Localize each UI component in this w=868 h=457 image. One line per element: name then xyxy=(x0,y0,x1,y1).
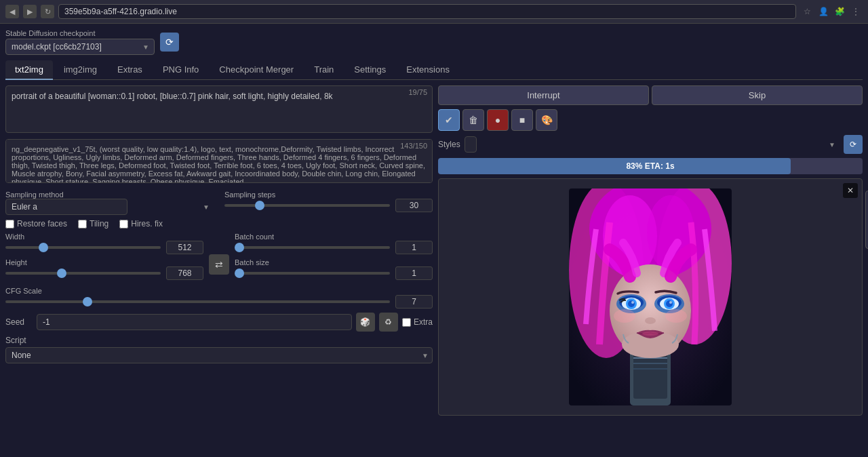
model-selector-wrapper: Stable Diffusion checkpoint model.ckpt [… xyxy=(5,29,155,55)
right-panel: Interrupt Skip Processing images and ret… xyxy=(438,85,863,416)
styles-select[interactable] xyxy=(465,136,477,153)
progress-bar-text: 83% ETA: 1s xyxy=(626,161,674,171)
hires-fix-checkbox[interactable]: Hires. fix xyxy=(119,219,163,228)
negative-prompt-textarea[interactable] xyxy=(5,139,433,183)
style-trash-icon[interactable]: 🗑 xyxy=(462,109,484,131)
swap-dimensions-button[interactable]: ⇄ xyxy=(209,254,229,275)
batch-size-slider-row xyxy=(235,266,433,280)
skip-button[interactable]: Skip xyxy=(652,85,863,105)
styles-apply-button[interactable]: ⟳ xyxy=(844,135,863,154)
svg-point-29 xyxy=(665,309,687,323)
tiling-label: Tiling xyxy=(90,219,108,228)
restore-faces-checkbox[interactable]: Restore faces xyxy=(5,219,67,228)
batch-count-value[interactable] xyxy=(395,241,433,254)
tabs-bar: txt2img img2img Extras PNG Info Checkpoi… xyxy=(5,60,863,80)
cfg-scale-slider-row xyxy=(5,295,433,309)
batch-size-slider[interactable] xyxy=(235,272,390,275)
style-palette-icon[interactable]: 🎨 xyxy=(536,109,557,131)
cfg-scale-slider[interactable] xyxy=(5,300,390,303)
seed-extra-input[interactable] xyxy=(402,318,411,327)
address-bar[interactable] xyxy=(58,4,796,19)
tab-img2img[interactable]: img2img xyxy=(54,60,106,80)
styles-row: Styles ▼ ⟳ xyxy=(438,135,863,154)
tab-txt2img[interactable]: txt2img xyxy=(5,60,53,80)
batch-size-value[interactable] xyxy=(395,266,433,280)
sampling-method-col: Sampling method Euler a ▼ xyxy=(5,191,214,215)
app-container: Stable Diffusion checkpoint model.ckpt [… xyxy=(0,24,868,421)
left-panel: 19/75 143/150 Sampling method Euler a ▼ xyxy=(5,85,433,416)
style-black-icon[interactable]: ■ xyxy=(511,109,533,131)
restore-faces-input[interactable] xyxy=(5,220,14,228)
style-apply-icon[interactable]: ✔ xyxy=(438,109,460,131)
batch-col: Batch count Batch size xyxy=(235,233,433,283)
tab-settings[interactable]: Settings xyxy=(344,60,395,80)
sampling-steps-value[interactable] xyxy=(395,199,433,212)
bookmark-icon[interactable]: ☆ xyxy=(800,5,814,18)
model-refresh-button[interactable]: ⟳ xyxy=(160,33,179,52)
nav-back-button[interactable]: ◀ xyxy=(5,5,19,18)
generated-image xyxy=(569,188,732,405)
swap-btn-wrapper: ⇄ xyxy=(209,233,229,275)
seed-recycle-button[interactable]: ♻ xyxy=(379,313,398,332)
cfg-scale-label: CFG Scale xyxy=(5,287,433,295)
prompt-wrapper: 19/75 xyxy=(5,85,433,135)
svg-point-24 xyxy=(666,300,673,307)
image-close-button[interactable]: ✕ xyxy=(843,183,858,198)
tab-extras[interactable]: Extras xyxy=(108,60,152,80)
top-bar: Stable Diffusion checkpoint model.ckpt [… xyxy=(5,29,863,55)
seed-extra-checkbox[interactable]: Extra xyxy=(402,317,433,327)
hires-fix-input[interactable] xyxy=(119,220,128,228)
checkbox-row: Restore faces Tiling Hires. fix xyxy=(5,219,433,228)
styles-arrow-icon: ▼ xyxy=(829,141,835,148)
nav-refresh-button[interactable]: ↻ xyxy=(41,5,54,18)
width-slider-row xyxy=(5,241,203,254)
main-content: 19/75 143/150 Sampling method Euler a ▼ xyxy=(5,85,863,416)
progress-bar: 83% ETA: 1s xyxy=(438,158,863,174)
interrupt-button[interactable]: Interrupt xyxy=(438,85,649,105)
sampling-method-select-wrapper: Euler a ▼ xyxy=(5,199,214,215)
progress-bar-fill xyxy=(438,158,791,174)
sampling-steps-slider-row xyxy=(224,199,433,212)
seed-input[interactable] xyxy=(37,314,352,330)
nav-forward-button[interactable]: ▶ xyxy=(23,5,37,18)
seed-dice-button[interactable]: 🎲 xyxy=(356,313,375,332)
restore-faces-label: Restore faces xyxy=(17,219,67,228)
svg-point-28 xyxy=(614,309,635,323)
browser-chrome: ◀ ▶ ↻ ☆ 👤 🧩 ⋮ xyxy=(0,0,868,24)
negative-prompt-wrapper: 143/150 xyxy=(5,139,433,185)
script-select[interactable]: None xyxy=(5,347,433,363)
tab-checkpoint-merger[interactable]: Checkpoint Merger xyxy=(210,60,303,80)
sampling-method-select[interactable]: Euler a xyxy=(5,199,127,215)
sampling-steps-slider[interactable] xyxy=(224,204,390,207)
tiling-checkbox[interactable]: Tiling xyxy=(78,219,108,228)
menu-icon[interactable]: ⋮ xyxy=(849,5,863,18)
style-red-icon[interactable]: ● xyxy=(487,109,509,131)
sampling-method-arrow-icon: ▼ xyxy=(203,203,210,211)
styles-select-wrapper: ▼ xyxy=(465,136,840,153)
svg-point-18 xyxy=(628,300,635,307)
batch-count-slider[interactable] xyxy=(235,246,390,249)
cfg-scale-section: CFG Scale xyxy=(5,287,433,309)
prompt-textarea[interactable] xyxy=(5,85,433,133)
batch-size-label: Batch size xyxy=(235,258,433,266)
sampling-steps-label: Sampling steps xyxy=(224,191,433,199)
tab-png-info[interactable]: PNG Info xyxy=(153,60,208,80)
tab-extensions[interactable]: Extensions xyxy=(397,60,459,80)
svg-point-19 xyxy=(631,301,634,304)
interrupt-skip-row: Interrupt Skip xyxy=(438,85,863,105)
cfg-scale-value[interactable] xyxy=(395,295,433,309)
extensions-icon[interactable]: 🧩 xyxy=(833,5,846,18)
height-value[interactable] xyxy=(166,266,203,280)
model-select-container: model.ckpt [cc6cb27103] ▼ xyxy=(5,39,155,55)
width-value[interactable] xyxy=(166,241,203,254)
model-select[interactable]: model.ckpt [cc6cb27103] xyxy=(5,39,155,55)
svg-point-25 xyxy=(669,301,672,304)
height-slider[interactable] xyxy=(5,272,161,275)
dims-row: Width Height ⇄ Batch count xyxy=(5,233,433,283)
width-slider[interactable] xyxy=(5,246,161,249)
script-label: Script xyxy=(5,336,433,345)
tiling-input[interactable] xyxy=(78,220,87,228)
profile-icon[interactable]: 👤 xyxy=(816,5,830,18)
tab-train[interactable]: Train xyxy=(304,60,343,80)
seed-label: Seed xyxy=(5,317,33,327)
